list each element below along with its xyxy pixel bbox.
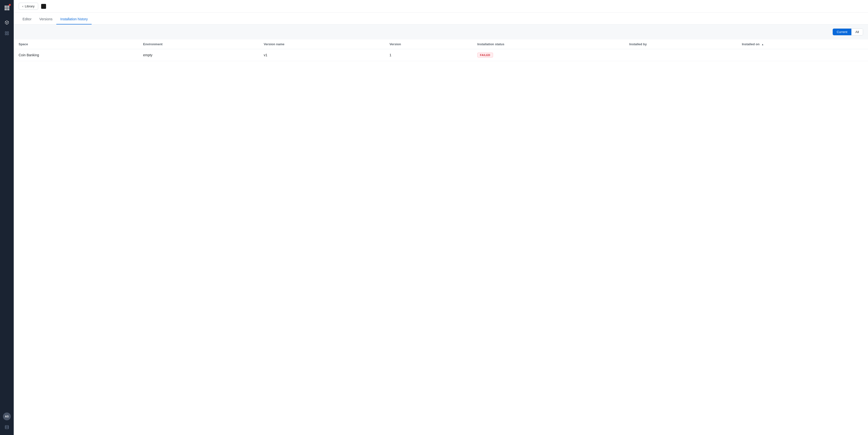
cell-version: 1 xyxy=(384,49,472,61)
topbar: ‹ Library xyxy=(14,0,868,13)
user-avatar[interactable]: AS xyxy=(3,412,11,420)
col-space: Space xyxy=(14,39,138,49)
svg-rect-4 xyxy=(7,34,8,35)
svg-rect-5 xyxy=(5,426,8,429)
cube-icon xyxy=(5,20,9,25)
status-badge: FAILED xyxy=(477,53,493,58)
cell-installed-by xyxy=(624,49,737,61)
svg-rect-2 xyxy=(7,32,8,33)
apps-menu-button[interactable] xyxy=(2,3,12,13)
main-content: ‹ Library Editor Versions Installation h… xyxy=(14,0,868,435)
sort-icon: ▲ xyxy=(762,43,764,46)
col-version: Version xyxy=(384,39,472,49)
filter-bar: Current All xyxy=(14,25,868,39)
notification-dot xyxy=(9,4,11,6)
cell-version-name: v1 xyxy=(259,49,384,61)
chevron-left-icon: ‹ xyxy=(22,4,23,8)
sidebar-item-packages[interactable] xyxy=(2,18,12,27)
col-installed-by: Installed by xyxy=(624,39,737,49)
installations-table-container: Space Environment Version name Version I… xyxy=(14,39,868,435)
package-thumbnail xyxy=(41,4,46,9)
col-version-name: Version name xyxy=(259,39,384,49)
col-installed-on[interactable]: Installed on ▲ xyxy=(737,39,868,49)
apps-grid-icon xyxy=(5,6,9,10)
svg-rect-1 xyxy=(5,32,6,33)
layout-icon xyxy=(5,425,9,429)
cell-space: Coin Banking xyxy=(14,49,138,61)
tabs-bar: Editor Versions Installation history xyxy=(14,13,868,25)
grid-icon xyxy=(5,31,9,35)
svg-rect-3 xyxy=(5,34,6,35)
table-row: Coin Banking empty v1 1 FAILED xyxy=(14,49,868,61)
cell-installation-status: FAILED xyxy=(472,49,624,61)
sidebar: AS xyxy=(0,0,14,435)
tab-editor[interactable]: Editor xyxy=(19,14,35,25)
col-environment: Environment xyxy=(138,39,259,49)
table-header-row: Space Environment Version name Version I… xyxy=(14,39,868,49)
cell-environment: empty xyxy=(138,49,259,61)
tab-installation-history[interactable]: Installation history xyxy=(56,14,92,25)
filter-button-group: Current All xyxy=(833,28,863,35)
filter-all-button[interactable]: All xyxy=(851,29,863,35)
library-button-label: Library xyxy=(25,4,34,8)
installations-table: Space Environment Version name Version I… xyxy=(14,39,868,61)
tab-versions[interactable]: Versions xyxy=(35,14,57,25)
content-area: Current All Space Environment Version na… xyxy=(14,25,868,435)
col-installation-status: Installation status xyxy=(472,39,624,49)
library-button[interactable]: ‹ Library xyxy=(19,3,38,10)
cell-installed-on xyxy=(737,49,868,61)
filter-current-button[interactable]: Current xyxy=(833,29,851,35)
layout-icon-button[interactable] xyxy=(2,422,12,432)
sidebar-item-dashboard[interactable] xyxy=(2,28,12,38)
